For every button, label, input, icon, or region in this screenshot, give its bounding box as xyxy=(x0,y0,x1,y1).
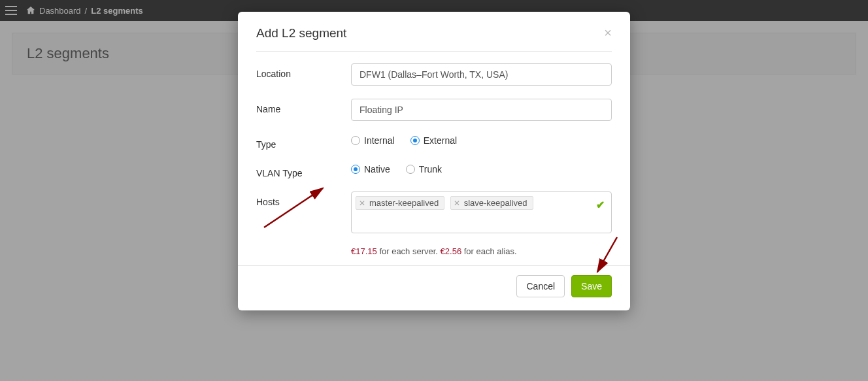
cancel-button[interactable]: Cancel xyxy=(516,275,565,297)
host-tag: ✕ slave-keepalived xyxy=(450,196,533,210)
radio-dot-icon xyxy=(406,165,415,174)
location-input[interactable] xyxy=(351,63,612,86)
host-tag-label: slave-keepalived xyxy=(464,198,527,208)
server-price: €17.15 xyxy=(351,246,377,256)
save-button[interactable]: Save xyxy=(571,275,612,297)
add-l2-modal: Add L2 segment × Location Name Type Inte… xyxy=(238,12,630,310)
radio-vlan-trunk[interactable]: Trunk xyxy=(406,164,442,174)
modal-title: Add L2 segment xyxy=(256,26,346,41)
hosts-input[interactable]: ✕ master-keepalived ✕ slave-keepalived ✔ xyxy=(351,191,612,233)
radio-dot-icon xyxy=(351,136,360,145)
close-icon[interactable]: × xyxy=(604,26,612,39)
label-type: Type xyxy=(256,134,351,150)
name-input[interactable] xyxy=(351,99,612,121)
label-name: Name xyxy=(256,99,351,114)
radio-type-internal[interactable]: Internal xyxy=(351,135,395,146)
radio-vlan-native[interactable]: Native xyxy=(351,164,390,174)
radio-label-trunk: Trunk xyxy=(419,164,442,174)
host-tag-label: master-keepalived xyxy=(369,198,439,208)
radio-dot-icon xyxy=(410,136,420,145)
host-tag: ✕ master-keepalived xyxy=(356,196,444,210)
label-vlan-type: VLAN Type xyxy=(256,163,351,178)
radio-label-external: External xyxy=(424,135,457,146)
tag-remove-icon[interactable]: ✕ xyxy=(454,199,460,208)
pricing-line: €17.15 for each server. €2.56 for each a… xyxy=(351,246,612,256)
alias-price: €2.56 xyxy=(441,246,462,256)
radio-type-external[interactable]: External xyxy=(410,135,457,146)
radio-label-native: Native xyxy=(364,164,390,174)
radio-dot-icon xyxy=(351,165,360,174)
label-location: Location xyxy=(256,63,351,79)
tag-remove-icon[interactable]: ✕ xyxy=(359,199,365,208)
modal-footer: Cancel Save xyxy=(238,265,630,310)
check-icon: ✔ xyxy=(596,199,605,211)
label-hosts: Hosts xyxy=(256,191,351,207)
alias-price-text: for each alias. xyxy=(461,246,517,256)
server-price-text: for each server. xyxy=(377,246,441,256)
radio-label-internal: Internal xyxy=(364,135,395,146)
